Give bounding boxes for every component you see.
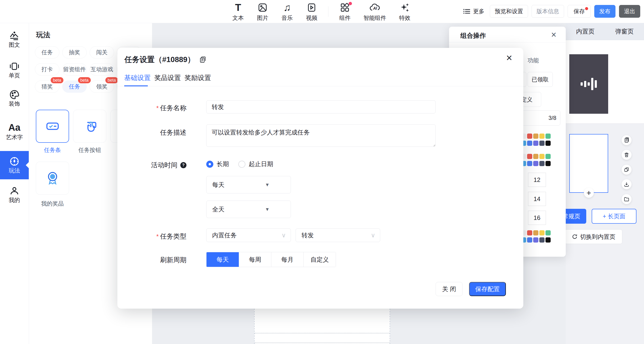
color-swatch[interactable] (546, 141, 551, 146)
color-swatch[interactable] (533, 134, 538, 139)
tool-components[interactable]: 组件 (332, 0, 357, 23)
save-button[interactable]: 保存 (568, 5, 591, 18)
exit-button[interactable]: 退出 (619, 5, 640, 18)
chip-interactive-game[interactable]: 互动游戏 (90, 63, 114, 76)
tab-popup-page[interactable]: 弹窗页 (605, 23, 644, 40)
sidebar-item-decoration[interactable]: 装饰 (0, 89, 29, 108)
modal-close-icon[interactable]: × (504, 52, 515, 64)
color-swatch[interactable] (539, 141, 544, 146)
color-swatch[interactable] (546, 134, 551, 139)
modal-save-config-button[interactable]: 保存配置 (469, 282, 506, 296)
chip-lottery[interactable]: 抽奖 (62, 46, 87, 59)
tool-video[interactable]: 视频 (299, 0, 324, 23)
task-name-label: *任务名称 (144, 104, 186, 113)
tool-music[interactable]: ♫ 音乐 (275, 0, 299, 23)
font-size-16[interactable]: 16 (528, 211, 546, 225)
help-question-icon[interactable]: ? (180, 162, 186, 168)
color-swatch[interactable] (533, 230, 538, 235)
copy-id-icon[interactable] (199, 56, 206, 63)
color-swatch[interactable] (527, 230, 532, 235)
tool-ai-components[interactable]: AI 智能组件 (357, 0, 392, 23)
color-swatch[interactable] (533, 154, 538, 159)
tab-basic-settings[interactable]: 基础设置 (124, 73, 151, 82)
chip-checkin[interactable]: 打卡 (35, 63, 60, 76)
canvas-page[interactable] (254, 309, 390, 344)
color-swatch[interactable] (546, 161, 551, 166)
color-swatch[interactable] (546, 230, 551, 235)
tab-builtin-page[interactable]: 内置页 (566, 23, 605, 40)
preview-settings-button[interactable]: 预览和设置 (490, 5, 528, 18)
page-notes-icon[interactable] (622, 135, 632, 145)
effects-icon (400, 2, 410, 14)
segment-custom[interactable]: 自定义 (304, 252, 336, 267)
color-swatch[interactable] (539, 230, 544, 235)
group-panel-close-icon[interactable]: × (548, 29, 559, 40)
version-info-button[interactable]: 版本信息 (532, 5, 564, 18)
color-swatch[interactable] (539, 134, 544, 139)
time-radio-long-term[interactable]: 长期 (206, 160, 229, 168)
card-my-prizes[interactable] (36, 162, 69, 195)
page-thumbnail-dark[interactable] (569, 54, 608, 114)
card-task-button[interactable] (73, 110, 106, 143)
color-swatch[interactable] (527, 141, 532, 146)
color-swatch[interactable] (533, 141, 538, 146)
received-button[interactable]: 已领取 (528, 72, 553, 87)
color-swatch[interactable] (533, 161, 538, 166)
color-swatch[interactable] (533, 237, 538, 242)
segment-daily[interactable]: 每天 (206, 252, 239, 267)
task-desc-textarea[interactable]: 可以设置转发给多少人才算完成任务 (206, 124, 436, 147)
tab-reward-settings[interactable]: 奖励设置 (184, 73, 211, 82)
task-type-category-select[interactable]: 内置任务 ∨ (206, 228, 291, 242)
modal-close-button[interactable]: 关 闭 (436, 282, 462, 296)
task-type-sub-select[interactable]: 转发 ∨ (296, 228, 380, 242)
font-size-12[interactable]: 12 (528, 173, 546, 187)
duplicate-page-icon[interactable] (622, 165, 632, 175)
card-task-bar[interactable] (36, 110, 69, 143)
chip-task-1[interactable]: 任务 (35, 46, 60, 59)
color-swatch[interactable] (539, 154, 544, 159)
sidebar-item-play[interactable]: 玩法 (0, 151, 29, 179)
sidebar-item-image-text[interactable]: 图文 (0, 30, 29, 49)
chevron-down-icon: ∨ (371, 232, 375, 239)
image-text-icon (9, 30, 20, 41)
page-thumbnail-selected[interactable] (569, 134, 608, 193)
color-swatch[interactable] (539, 237, 544, 242)
publish-button[interactable]: 发布 (594, 5, 616, 18)
sidebar-item-art-text[interactable]: Aa 艺术字 (0, 122, 29, 141)
color-swatch[interactable] (527, 237, 532, 242)
save-notification-dot (585, 7, 588, 10)
color-swatch[interactable] (546, 237, 551, 242)
more-menu[interactable]: 更多 (463, 7, 484, 15)
color-swatch[interactable] (527, 161, 532, 166)
add-page-button[interactable]: + (584, 188, 594, 198)
time-day-select[interactable]: 每天 ▼ (206, 176, 291, 193)
tab-prize-settings[interactable]: 奖品设置 (154, 73, 181, 82)
sidebar-item-single-page[interactable]: 单页 (0, 61, 29, 79)
font-size-14[interactable]: 14 (528, 192, 546, 206)
chip-levels[interactable]: 闯关 (90, 46, 114, 59)
more-list-icon (463, 7, 471, 15)
chip-lead-form[interactable]: 留资组件 (62, 63, 87, 76)
color-swatch[interactable] (539, 161, 544, 166)
segment-monthly[interactable]: 每月 (271, 252, 304, 267)
color-swatch[interactable] (546, 154, 551, 159)
time-radio-date-range[interactable]: 起止日期 (238, 160, 273, 168)
add-long-page-button[interactable]: + 长页面 (592, 209, 636, 224)
color-swatch[interactable] (527, 154, 532, 159)
color-swatch[interactable] (527, 134, 532, 139)
time-allday-select[interactable]: 全天 ▼ (206, 201, 291, 218)
sidebar-item-mine[interactable]: 我的 (0, 185, 29, 204)
switch-to-builtin-button[interactable]: 切换到内置页 (564, 229, 622, 244)
segment-weekly[interactable]: 每周 (239, 252, 271, 267)
beta-badge: beta (51, 77, 64, 83)
folder-icon[interactable] (622, 194, 632, 204)
task-name-input[interactable] (206, 100, 436, 114)
section-divider (254, 333, 390, 333)
download-page-icon[interactable] (622, 179, 632, 189)
play-gauge-icon (9, 156, 20, 167)
delete-page-icon[interactable] (622, 150, 632, 160)
decoration-palette-icon (9, 89, 20, 100)
tool-text[interactable]: T 文本 (226, 0, 250, 23)
tool-effects[interactable]: 特效 (392, 0, 417, 23)
tool-image[interactable]: 图片 (250, 0, 275, 23)
